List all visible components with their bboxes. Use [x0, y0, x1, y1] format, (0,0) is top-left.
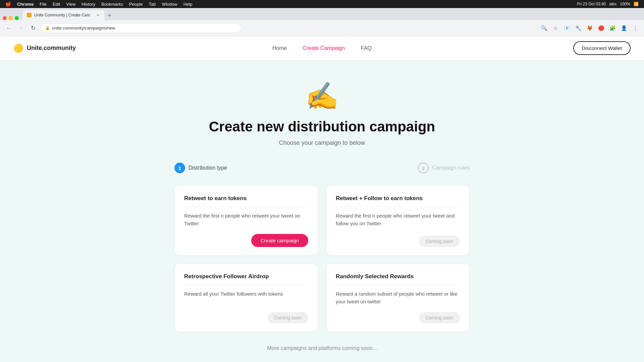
wifi-icon: 📶: [634, 2, 639, 6]
coming-soon-btn-1: Coming soon: [419, 236, 460, 247]
extension-icon-4[interactable]: 🔴: [596, 23, 606, 33]
tab-title: Unite Community | Create Cam: [34, 13, 90, 17]
mac-menu-right: Fri 23 Oct 03:40 alex 100% 📶: [577, 2, 639, 6]
campaign-card-random: Randomly Selected Rewards Reward a rando…: [326, 263, 470, 332]
campaign-card-retweet-desc: Reward the first n people who retweet yo…: [184, 212, 308, 227]
menu-people[interactable]: People: [129, 2, 143, 7]
steps-bar: 1 Distribution type 2 Campaign rules: [174, 163, 470, 173]
coming-soon-btn-2: Coming soon: [267, 312, 309, 323]
menu-edit[interactable]: Edit: [53, 2, 60, 7]
menu-history[interactable]: History: [82, 2, 95, 7]
disconnect-wallet-btn[interactable]: Disconnect Wallet: [573, 41, 631, 55]
close-window-btn[interactable]: [3, 16, 7, 20]
campaign-card-retweet-follow-action: Coming soon: [336, 236, 460, 247]
hero-icon: ✍️: [305, 80, 339, 112]
nav-links: Home Create Campaign FAQ: [272, 45, 372, 51]
campaign-card-retweet: Retweet to earn tokens Reward the first …: [174, 185, 318, 255]
zoom-icon[interactable]: 🔍: [539, 23, 549, 33]
menu-window[interactable]: Window: [162, 2, 177, 7]
logo-icon: 🟡: [13, 44, 23, 53]
new-tab-btn[interactable]: +: [106, 11, 114, 19]
campaign-card-airdrop-desc: Reward all your Twitter followers with t…: [184, 290, 308, 305]
mac-datetime: Fri 23 Oct 03:40: [577, 2, 606, 6]
tab-close-btn[interactable]: ✕: [96, 13, 100, 17]
nav-faq[interactable]: FAQ: [361, 45, 372, 51]
step-1-label: Distribution type: [189, 165, 227, 171]
maximize-window-btn[interactable]: [15, 16, 19, 20]
campaign-card-random-action: Coming soon: [336, 312, 460, 323]
coming-soon-btn-3: Coming soon: [419, 312, 460, 323]
menu-tab[interactable]: Tab: [149, 2, 156, 7]
campaign-card-random-desc: Reward a random subset of people who ret…: [336, 290, 460, 305]
nav-home[interactable]: Home: [272, 45, 287, 51]
campaign-card-retweet-follow-desc: Reward the first n people who retweet yo…: [336, 212, 460, 229]
main-content: ✍️ Create new distribution campaign Choo…: [0, 60, 644, 362]
address-bar: ← → ↻ 🔒 unite.community/campaigns/new 🔍 …: [0, 20, 644, 36]
mac-menu-bar: 🍎 Chrome File Edit View History Bookmark…: [0, 0, 644, 8]
campaign-card-retweet-follow-title: Retweet + Follow to earn tokens: [336, 195, 460, 207]
create-campaign-btn[interactable]: Create campaign: [251, 234, 308, 247]
back-btn[interactable]: ←: [4, 23, 13, 33]
extension-icon-5[interactable]: 🧩: [608, 23, 617, 33]
menu-help[interactable]: Help: [183, 2, 193, 7]
tab-favicon: [27, 13, 32, 17]
mac-user: alex: [609, 2, 616, 6]
active-tab[interactable]: Unite Community | Create Cam ✕: [23, 10, 104, 20]
mac-menu-left: 🍎 Chrome File Edit View History Bookmark…: [5, 1, 192, 7]
campaign-card-retweet-title: Retweet to earn tokens: [184, 195, 308, 207]
step-1-circle: 1: [174, 163, 185, 173]
campaign-card-airdrop: Retrospective Follower Airdrop Reward al…: [174, 263, 318, 332]
extension-icon-3[interactable]: 🦊: [585, 23, 594, 33]
logo-text[interactable]: Unite.community: [27, 45, 76, 52]
menu-view[interactable]: View: [66, 2, 75, 7]
menu-file[interactable]: File: [40, 2, 47, 7]
address-text: unite.community/campaigns/new: [52, 25, 115, 31]
minimize-window-btn[interactable]: [9, 16, 13, 20]
star-icon[interactable]: ☆: [551, 23, 560, 33]
logo-area: 🟡 Unite.community: [13, 44, 76, 53]
campaign-grid: Retweet to earn tokens Reward the first …: [174, 185, 470, 332]
menu-dots-icon[interactable]: ⋮: [631, 23, 640, 33]
toolbar-right: 🔍 ☆ 📧 🔧 🦊 🔴 🧩 👤 ⋮: [539, 23, 640, 33]
campaign-card-airdrop-action: Coming soon: [184, 312, 308, 323]
lock-icon: 🔒: [45, 26, 50, 30]
extension-icon-2[interactable]: 🔧: [574, 23, 583, 33]
refresh-btn[interactable]: ↻: [28, 23, 38, 33]
page-title: Create new distribution campaign: [209, 119, 435, 135]
window-controls: [3, 16, 19, 20]
address-input[interactable]: 🔒 unite.community/campaigns/new: [40, 23, 241, 33]
campaign-card-retweet-follow: Retweet + Follow to earn tokens Reward t…: [326, 185, 470, 255]
step-2-label: Campaign rules: [432, 165, 470, 171]
page-subtitle: Choose your campaign to below: [279, 139, 365, 146]
forward-btn[interactable]: →: [16, 23, 25, 33]
apple-icon[interactable]: 🍎: [5, 1, 11, 7]
chrome-tab-bar: Unite Community | Create Cam ✕ +: [0, 8, 644, 20]
footer-text: More campaigns and platforms coming soon…: [267, 345, 377, 351]
menu-chrome[interactable]: Chrome: [17, 2, 34, 7]
mac-battery: 100%: [620, 2, 630, 6]
menu-bookmarks[interactable]: Bookmarks: [101, 2, 123, 7]
step-1: 1 Distribution type: [174, 163, 227, 173]
step-2: 2 Campaign rules: [418, 163, 470, 173]
step-2-circle: 2: [418, 163, 429, 173]
profile-icon[interactable]: 👤: [619, 23, 629, 33]
extension-icon-1[interactable]: 📧: [562, 23, 572, 33]
main-nav: 🟡 Unite.community Home Create Campaign F…: [0, 36, 644, 60]
nav-create-campaign[interactable]: Create Campaign: [303, 45, 345, 51]
campaign-card-random-title: Randomly Selected Rewards: [336, 273, 460, 285]
campaign-card-retweet-action: Create campaign: [184, 234, 308, 247]
campaign-card-airdrop-title: Retrospective Follower Airdrop: [184, 273, 308, 285]
